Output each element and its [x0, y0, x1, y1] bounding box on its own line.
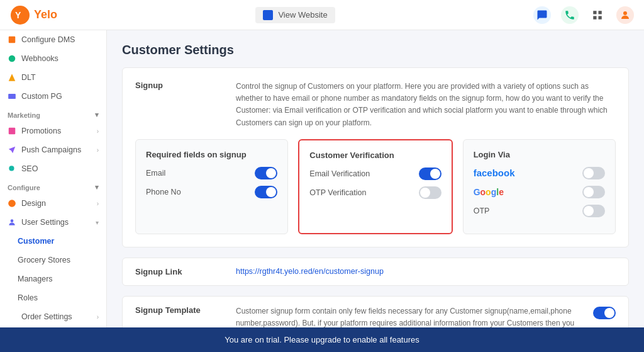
- facebook-logo: facebook: [474, 167, 515, 178]
- marketing-section: Marketing ▾: [0, 106, 106, 122]
- grid-icon[interactable]: [589, 6, 606, 24]
- sidebar-item-configure-dms[interactable]: Configure DMS: [0, 30, 106, 49]
- email-verification-row: Email Verification: [309, 167, 441, 180]
- phone-icon[interactable]: [561, 6, 579, 24]
- order-settings-icon: [8, 312, 16, 321]
- sidebar-item-user-settings[interactable]: User Settings ▾: [0, 213, 106, 232]
- topbar-actions: [533, 6, 634, 24]
- sidebar-item-promotions[interactable]: Promotions ›: [0, 122, 106, 140]
- design-icon: [8, 199, 16, 208]
- logo[interactable]: Y Yelo: [10, 5, 57, 25]
- sidebar-item-managers[interactable]: Managers: [0, 270, 106, 288]
- email-required-label: Email: [146, 169, 165, 178]
- sidebar-item-dlt[interactable]: DLT: [0, 68, 106, 87]
- bottom-bar: You are on trial. Please upgrade to enab…: [0, 327, 644, 352]
- sidebar-item-webhooks[interactable]: Webhooks: [0, 49, 106, 68]
- logo-text: Yelo: [34, 8, 57, 21]
- google-login-row: Google: [474, 186, 605, 198]
- email-verification-toggle[interactable]: [419, 167, 441, 180]
- svg-rect-5: [8, 94, 16, 99]
- phone-required-row: Phone No: [146, 186, 277, 198]
- signup-label: Signup: [135, 81, 223, 129]
- signup-template-row: Signup Template Customer signup form con…: [135, 305, 616, 327]
- avatar-icon[interactable]: [616, 6, 634, 24]
- webhooks-icon: [8, 54, 16, 63]
- signup-link-url[interactable]: https://rgthr4t.yelo.red/en/customer-sig…: [236, 267, 384, 276]
- otp-verification-row: OTP Verification: [309, 186, 441, 199]
- sidebar-item-push-campaigns[interactable]: Push Campaigns ›: [0, 140, 106, 159]
- signup-template-section: Signup Template Customer signup form con…: [122, 296, 629, 327]
- signup-section: Signup Control the signup of Customers o…: [122, 67, 629, 247]
- login-via-title: Login Via: [474, 150, 605, 159]
- svg-point-7: [11, 219, 14, 222]
- phone-required-label: Phone No: [146, 188, 181, 196]
- configure-section: Configure ▾: [0, 178, 106, 194]
- otp-login-label: OTP: [474, 207, 490, 215]
- svg-point-2: [623, 11, 627, 15]
- facebook-login-row: facebook: [474, 167, 605, 179]
- google-toggle[interactable]: [582, 186, 605, 198]
- dlt-icon: [8, 73, 16, 82]
- otp-login-toggle[interactable]: [582, 205, 605, 217]
- signup-template-label: Signup Template: [135, 305, 223, 327]
- svg-rect-3: [9, 37, 16, 43]
- customer-verification-block: Customer Verification Email Verification…: [298, 139, 452, 234]
- sidebar-item-grocery-stores[interactable]: Grocery Stores: [0, 251, 106, 270]
- customer-verification-title: Customer Verification: [309, 150, 441, 160]
- sidebar-item-order-settings[interactable]: Order Settings ›: [0, 307, 106, 326]
- signup-link-section: Signup Link https://rgthr4t.yelo.red/en/…: [122, 258, 629, 286]
- signup-link-label: Signup Link: [135, 267, 223, 276]
- sidebar-item-general-settings[interactable]: General Settings ›: [0, 326, 106, 327]
- logo-icon: Y: [10, 5, 30, 25]
- seo-icon: [8, 164, 16, 173]
- svg-point-6: [9, 166, 14, 171]
- website-icon: [263, 10, 273, 20]
- sidebar: Configure DMS Webhooks DLT Custom PG Mar…: [0, 30, 107, 327]
- otp-login-row: OTP: [474, 205, 605, 217]
- sidebar-item-seo[interactable]: SEO: [0, 159, 106, 178]
- sidebar-item-design[interactable]: Design ›: [0, 194, 106, 213]
- sidebar-item-custom-pg[interactable]: Custom PG: [0, 87, 106, 106]
- main-content: Customer Settings Signup Control the sig…: [107, 30, 644, 327]
- signup-header-row: Signup Control the signup of Customers o…: [135, 81, 616, 129]
- user-settings-icon: [8, 218, 16, 227]
- sidebar-item-roles[interactable]: Roles: [0, 288, 106, 307]
- email-required-row: Email: [146, 167, 277, 179]
- signup-template-description: Customer signup form contain only few fi…: [236, 305, 586, 327]
- topbar: Y Yelo View Website: [0, 0, 644, 30]
- view-website-button[interactable]: View Website: [255, 7, 335, 23]
- signup-template-toggle[interactable]: [593, 307, 616, 319]
- svg-point-4: [9, 55, 16, 62]
- chat-icon[interactable]: [533, 6, 551, 24]
- signup-link-row: Signup Link https://rgthr4t.yelo.red/en/…: [135, 267, 616, 276]
- custom-pg-icon: [8, 92, 16, 101]
- phone-required-toggle[interactable]: [255, 186, 277, 198]
- required-fields-title: Required fields on signup: [146, 150, 277, 159]
- trial-message: You are on trial. Please upgrade to enab…: [225, 335, 419, 344]
- otp-verification-toggle[interactable]: [419, 186, 441, 199]
- promotions-icon: [8, 127, 16, 135]
- signup-fields-section: Required fields on signup Email Phone No…: [135, 139, 616, 234]
- google-logo: Google: [474, 187, 504, 197]
- svg-text:Y: Y: [15, 10, 21, 20]
- layout: Configure DMS Webhooks DLT Custom PG Mar…: [0, 30, 644, 327]
- email-verification-label: Email Verification: [309, 169, 370, 178]
- page-title: Customer Settings: [122, 43, 629, 57]
- signup-description: Control the signup of Customers on your …: [236, 81, 616, 129]
- facebook-toggle[interactable]: [582, 167, 605, 179]
- otp-verification-label: OTP Verification: [309, 188, 366, 197]
- email-required-toggle[interactable]: [255, 167, 277, 179]
- push-campaigns-icon: [8, 145, 16, 154]
- login-via-block: Login Via facebook Google OTP: [463, 139, 616, 234]
- view-website-label: View Website: [278, 10, 327, 20]
- required-fields-block: Required fields on signup Email Phone No: [135, 139, 288, 234]
- configure-dms-icon: [8, 35, 16, 44]
- sidebar-item-customer[interactable]: Customer: [0, 232, 106, 251]
